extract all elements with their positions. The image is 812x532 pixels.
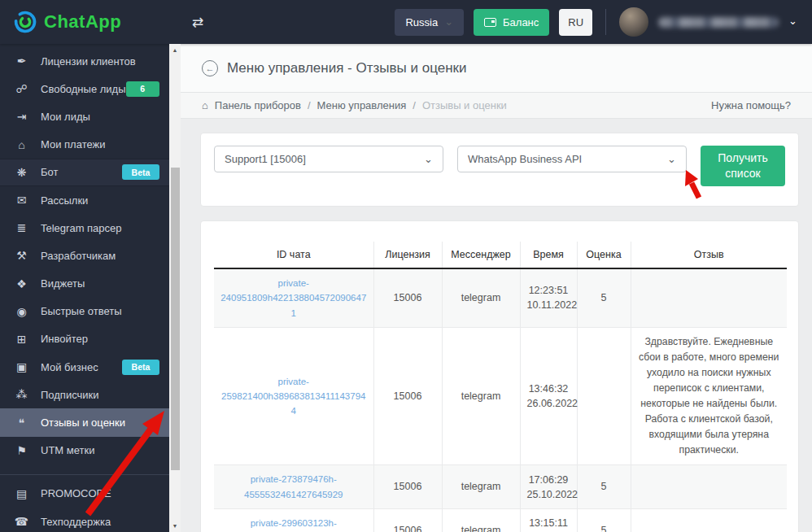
sidebar-item[interactable]: ✉Рассылки bbox=[0, 186, 169, 214]
review-cell bbox=[631, 465, 787, 509]
widgets-icon: ❖ bbox=[14, 277, 29, 290]
back-icon[interactable]: ← bbox=[202, 60, 218, 76]
sidebar-item[interactable]: ▤PROMOCODE bbox=[0, 480, 169, 508]
sidebar-nav: ✒Лицензии клиентов☍Свободные лиды6⇥Мои л… bbox=[0, 44, 169, 532]
sidebar-item-label: Мои платежи bbox=[41, 138, 106, 150]
table-header-row: ID чатаЛицензияМессенджерВремяОценкаОтзы… bbox=[214, 242, 787, 268]
sidebar-item-label: Быстрые ответы bbox=[41, 305, 122, 317]
sidebar-badge: 6 bbox=[126, 81, 160, 97]
rating-cell: 5 bbox=[577, 268, 631, 328]
chat-id-link[interactable]: private-259821400h3896838134111437944 bbox=[220, 374, 367, 419]
sidebar-item-label: Виджеты bbox=[41, 277, 85, 290]
time-cell: 12:23:5110.11.2022 bbox=[520, 268, 577, 328]
sidebar-item[interactable]: ❝Отзывы и оценки bbox=[0, 408, 169, 436]
sidebar-item[interactable]: ▣Мой бизнесBeta bbox=[0, 353, 169, 381]
content-area: Support1 [15006] ⌄ WhatsApp Business API… bbox=[181, 119, 812, 532]
user-avatar[interactable] bbox=[619, 7, 648, 37]
rating-cell: 5 bbox=[577, 465, 631, 509]
sidebar-item-label: Лицензии клиентов bbox=[41, 55, 136, 68]
sidebar-item[interactable]: ⊞Инвойтер bbox=[0, 325, 169, 353]
column-header: Мессенджер bbox=[442, 242, 520, 268]
help-link[interactable]: Нужна помощь? bbox=[711, 99, 791, 111]
reviews-table: ID чатаЛицензияМессенджерВремяОценкаОтзы… bbox=[214, 242, 787, 532]
balance-button[interactable]: Баланс bbox=[474, 9, 549, 36]
sidebar-item[interactable]: ⚑UTM метки bbox=[0, 437, 169, 464]
chat-id-link[interactable]: private-299603123h-5704997288098381503 bbox=[220, 516, 367, 532]
main-content: ← Меню управления - Отзывы и оценки ⌂ Па… bbox=[181, 44, 812, 532]
sidebar-item[interactable]: ❋БотBeta bbox=[0, 159, 169, 186]
license-cell: 15006 bbox=[373, 268, 442, 328]
table-row: private-240951809h4221388045720906471150… bbox=[214, 268, 787, 328]
reviews-table-card: ID чатаЛицензияМессенджерВремяОценкаОтзы… bbox=[200, 220, 799, 532]
scrollbar-thumb[interactable] bbox=[171, 168, 180, 470]
table-row: private-259821400h3896838134111437944150… bbox=[214, 327, 787, 464]
messenger-select[interactable]: WhatsApp Business API ⌄ bbox=[457, 146, 687, 172]
bot-icon: ❋ bbox=[14, 166, 29, 179]
chat-id-link[interactable]: private-240951809h4221388045720906471 bbox=[220, 276, 367, 321]
sidebar-item[interactable]: ⌂Мои платежи bbox=[0, 131, 169, 159]
sidebar-item[interactable]: ❖Виджеты bbox=[0, 270, 169, 298]
logo-text: ChatApp bbox=[44, 11, 121, 33]
sidebar-collapse-icon[interactable]: ⇄ bbox=[192, 14, 203, 31]
sidebar-item[interactable]: ≣Telegram парсер bbox=[0, 214, 169, 242]
sidebar-item-label: UTM метки bbox=[41, 444, 94, 456]
region-selector[interactable]: Russia ⌄ bbox=[395, 9, 464, 36]
sidebar-item-label: PROMOCODE bbox=[41, 487, 111, 499]
sidebar-scrollbar[interactable]: ▲ ▼ bbox=[169, 44, 181, 532]
chat-id-link[interactable]: private-273879476h-4555532461427645929 bbox=[220, 472, 367, 502]
invoice-icon: ⊞ bbox=[14, 333, 29, 346]
breadcrumb-control-menu[interactable]: Меню управления bbox=[317, 99, 407, 111]
sidebar-item[interactable]: ⚒Разработчикам bbox=[0, 242, 169, 269]
chat-bubble-icon: ❝ bbox=[14, 416, 29, 430]
table-row: private-273879476h-455553246142764592915… bbox=[214, 465, 787, 509]
breadcrumb-separator: / bbox=[413, 99, 416, 111]
headset-icon: ☎ bbox=[14, 515, 29, 528]
sidebar-item[interactable]: ⇥Мои лиды bbox=[0, 102, 169, 130]
breadcrumb-dashboard[interactable]: Панель приборов bbox=[215, 99, 301, 111]
subscribers-icon: ⁂ bbox=[14, 388, 29, 401]
sidebar-item-label: Отзывы и оценки bbox=[41, 416, 125, 429]
sidebar-item[interactable]: ✒Лицензии клиентов bbox=[0, 47, 169, 75]
sidebar-item-label: Техподдержка bbox=[41, 516, 111, 528]
chevron-down-icon: ⌄ bbox=[667, 156, 676, 163]
column-header: Отзыв bbox=[631, 242, 787, 268]
sidebar-item-label: Свободные лиды bbox=[41, 83, 126, 95]
user-name-blurred bbox=[658, 17, 779, 28]
get-list-button[interactable]: Получить список bbox=[701, 146, 785, 186]
chatapp-logo-icon bbox=[13, 10, 37, 34]
scroll-down-arrow[interactable]: ▼ bbox=[169, 523, 181, 529]
time-cell: 13:46:3226.06.2022 bbox=[520, 327, 577, 464]
ticket-icon: ▤ bbox=[14, 487, 29, 500]
chatapp-logo[interactable]: ChatApp bbox=[0, 10, 169, 34]
license-cell: 15006 bbox=[373, 509, 442, 532]
sidebar-item[interactable]: ◉Быстрые ответы bbox=[0, 298, 169, 325]
region-selector-label: Russia bbox=[405, 16, 438, 28]
license-cell: 15006 bbox=[373, 465, 442, 509]
sidebar-item-label: Мой бизнес bbox=[41, 361, 98, 373]
time-cell: 13:15:1103.10.2022 bbox=[520, 509, 577, 532]
language-button[interactable]: RU bbox=[559, 9, 592, 36]
back-arrow-glyph: ← bbox=[206, 63, 215, 73]
scroll-up-arrow[interactable]: ▲ bbox=[169, 47, 181, 53]
sidebar-item[interactable]: ⁂Подписчики bbox=[0, 381, 169, 408]
sidebar-item-label: Подписчики bbox=[41, 389, 99, 401]
sidebar-item[interactable]: ☎Техподдержка bbox=[0, 508, 169, 532]
user-menu-chevron-icon[interactable]: ⌄ bbox=[788, 15, 797, 27]
chevron-down-icon: ⌄ bbox=[424, 156, 433, 163]
column-header: Лицензия bbox=[373, 242, 442, 268]
stamp-icon: ✒ bbox=[14, 55, 29, 68]
wallet-icon bbox=[484, 18, 496, 27]
logout-icon: ⇥ bbox=[14, 110, 29, 123]
page-title-bar: ← Меню управления - Отзывы и оценки bbox=[181, 44, 812, 92]
signal-icon: ◉ bbox=[14, 305, 29, 318]
sidebar-item-label: Инвойтер bbox=[41, 333, 88, 345]
balance-button-label: Баланс bbox=[503, 16, 539, 28]
briefcase-icon: ▣ bbox=[14, 360, 29, 373]
sidebar-item[interactable]: ☍Свободные лиды6 bbox=[0, 75, 169, 102]
table-row: private-299603123h-570499728809838150315… bbox=[214, 509, 787, 532]
sidebar-divider bbox=[0, 474, 169, 475]
column-header: Время bbox=[520, 242, 577, 268]
license-select[interactable]: Support1 [15006] ⌄ bbox=[214, 146, 443, 172]
messenger-cell: telegram bbox=[442, 327, 520, 464]
column-header: Оценка bbox=[577, 242, 631, 268]
